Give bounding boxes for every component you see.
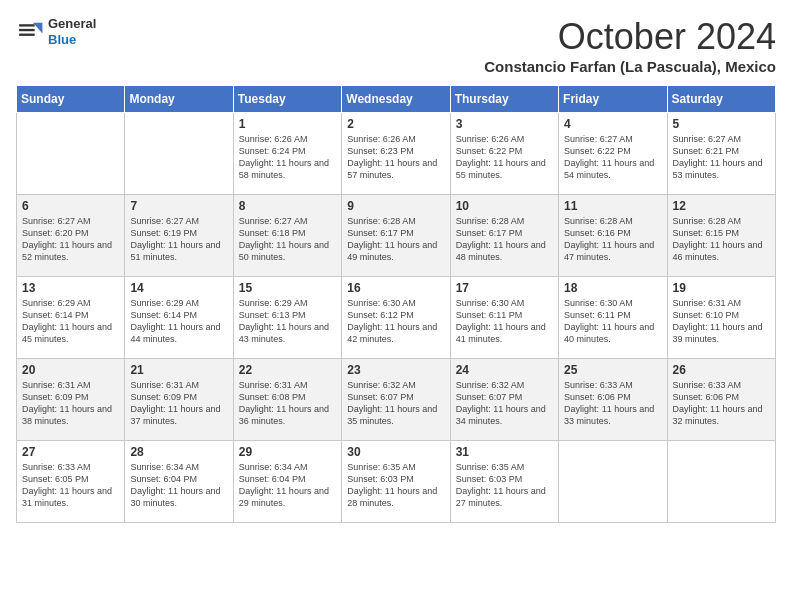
day-number: 22 [239,363,336,377]
col-header-tuesday: Tuesday [233,86,341,113]
calendar-cell: 5Sunrise: 6:27 AM Sunset: 6:21 PM Daylig… [667,113,775,195]
cell-info: Sunrise: 6:27 AM Sunset: 6:20 PM Dayligh… [22,215,119,264]
calendar-cell: 22Sunrise: 6:31 AM Sunset: 6:08 PM Dayli… [233,359,341,441]
day-number: 21 [130,363,227,377]
cell-info: Sunrise: 6:26 AM Sunset: 6:22 PM Dayligh… [456,133,553,182]
cell-info: Sunrise: 6:35 AM Sunset: 6:03 PM Dayligh… [456,461,553,510]
cell-info: Sunrise: 6:31 AM Sunset: 6:08 PM Dayligh… [239,379,336,428]
calendar-cell: 10Sunrise: 6:28 AM Sunset: 6:17 PM Dayli… [450,195,558,277]
day-number: 16 [347,281,444,295]
day-number: 9 [347,199,444,213]
calendar-cell: 23Sunrise: 6:32 AM Sunset: 6:07 PM Dayli… [342,359,450,441]
cell-info: Sunrise: 6:29 AM Sunset: 6:14 PM Dayligh… [22,297,119,346]
calendar-week-3: 13Sunrise: 6:29 AM Sunset: 6:14 PM Dayli… [17,277,776,359]
svg-rect-0 [16,18,44,46]
calendar-cell: 28Sunrise: 6:34 AM Sunset: 6:04 PM Dayli… [125,441,233,523]
logo-general: General [48,16,96,32]
cell-info: Sunrise: 6:28 AM Sunset: 6:17 PM Dayligh… [347,215,444,264]
day-number: 1 [239,117,336,131]
day-number: 7 [130,199,227,213]
cell-info: Sunrise: 6:31 AM Sunset: 6:10 PM Dayligh… [673,297,770,346]
calendar-cell [125,113,233,195]
cell-info: Sunrise: 6:30 AM Sunset: 6:12 PM Dayligh… [347,297,444,346]
calendar-week-1: 1Sunrise: 6:26 AM Sunset: 6:24 PM Daylig… [17,113,776,195]
calendar-cell: 16Sunrise: 6:30 AM Sunset: 6:12 PM Dayli… [342,277,450,359]
day-number: 4 [564,117,661,131]
cell-info: Sunrise: 6:32 AM Sunset: 6:07 PM Dayligh… [456,379,553,428]
calendar-cell: 19Sunrise: 6:31 AM Sunset: 6:10 PM Dayli… [667,277,775,359]
calendar-table: SundayMondayTuesdayWednesdayThursdayFrid… [16,85,776,523]
calendar-cell: 7Sunrise: 6:27 AM Sunset: 6:19 PM Daylig… [125,195,233,277]
svg-rect-3 [19,28,35,30]
day-number: 6 [22,199,119,213]
day-number: 17 [456,281,553,295]
day-number: 20 [22,363,119,377]
cell-info: Sunrise: 6:27 AM Sunset: 6:22 PM Dayligh… [564,133,661,182]
calendar-header-row: SundayMondayTuesdayWednesdayThursdayFrid… [17,86,776,113]
day-number: 11 [564,199,661,213]
calendar-cell: 3Sunrise: 6:26 AM Sunset: 6:22 PM Daylig… [450,113,558,195]
calendar-cell: 6Sunrise: 6:27 AM Sunset: 6:20 PM Daylig… [17,195,125,277]
calendar-body: 1Sunrise: 6:26 AM Sunset: 6:24 PM Daylig… [17,113,776,523]
cell-info: Sunrise: 6:35 AM Sunset: 6:03 PM Dayligh… [347,461,444,510]
day-number: 26 [673,363,770,377]
cell-info: Sunrise: 6:27 AM Sunset: 6:19 PM Dayligh… [130,215,227,264]
day-number: 8 [239,199,336,213]
calendar-cell: 18Sunrise: 6:30 AM Sunset: 6:11 PM Dayli… [559,277,667,359]
cell-info: Sunrise: 6:31 AM Sunset: 6:09 PM Dayligh… [130,379,227,428]
cell-info: Sunrise: 6:28 AM Sunset: 6:16 PM Dayligh… [564,215,661,264]
calendar-cell: 31Sunrise: 6:35 AM Sunset: 6:03 PM Dayli… [450,441,558,523]
col-header-monday: Monday [125,86,233,113]
logo-icon [16,18,44,46]
day-number: 30 [347,445,444,459]
calendar-cell: 24Sunrise: 6:32 AM Sunset: 6:07 PM Dayli… [450,359,558,441]
calendar-week-2: 6Sunrise: 6:27 AM Sunset: 6:20 PM Daylig… [17,195,776,277]
cell-info: Sunrise: 6:33 AM Sunset: 6:06 PM Dayligh… [564,379,661,428]
calendar-cell: 21Sunrise: 6:31 AM Sunset: 6:09 PM Dayli… [125,359,233,441]
calendar-cell: 4Sunrise: 6:27 AM Sunset: 6:22 PM Daylig… [559,113,667,195]
cell-info: Sunrise: 6:26 AM Sunset: 6:24 PM Dayligh… [239,133,336,182]
calendar-cell: 11Sunrise: 6:28 AM Sunset: 6:16 PM Dayli… [559,195,667,277]
day-number: 28 [130,445,227,459]
calendar-cell: 27Sunrise: 6:33 AM Sunset: 6:05 PM Dayli… [17,441,125,523]
day-number: 10 [456,199,553,213]
cell-info: Sunrise: 6:28 AM Sunset: 6:17 PM Dayligh… [456,215,553,264]
title-block: October 2024 Constancio Farfan (La Pascu… [484,16,776,75]
col-header-sunday: Sunday [17,86,125,113]
day-number: 24 [456,363,553,377]
calendar-week-5: 27Sunrise: 6:33 AM Sunset: 6:05 PM Dayli… [17,441,776,523]
cell-info: Sunrise: 6:27 AM Sunset: 6:18 PM Dayligh… [239,215,336,264]
calendar-cell: 14Sunrise: 6:29 AM Sunset: 6:14 PM Dayli… [125,277,233,359]
calendar-cell: 12Sunrise: 6:28 AM Sunset: 6:15 PM Dayli… [667,195,775,277]
cell-info: Sunrise: 6:32 AM Sunset: 6:07 PM Dayligh… [347,379,444,428]
location-title: Constancio Farfan (La Pascuala), Mexico [484,58,776,75]
day-number: 12 [673,199,770,213]
calendar-week-4: 20Sunrise: 6:31 AM Sunset: 6:09 PM Dayli… [17,359,776,441]
svg-rect-4 [19,33,35,35]
calendar-cell: 9Sunrise: 6:28 AM Sunset: 6:17 PM Daylig… [342,195,450,277]
calendar-cell: 20Sunrise: 6:31 AM Sunset: 6:09 PM Dayli… [17,359,125,441]
calendar-cell [559,441,667,523]
calendar-cell: 26Sunrise: 6:33 AM Sunset: 6:06 PM Dayli… [667,359,775,441]
cell-info: Sunrise: 6:33 AM Sunset: 6:05 PM Dayligh… [22,461,119,510]
day-number: 29 [239,445,336,459]
calendar-cell: 13Sunrise: 6:29 AM Sunset: 6:14 PM Dayli… [17,277,125,359]
calendar-cell: 29Sunrise: 6:34 AM Sunset: 6:04 PM Dayli… [233,441,341,523]
col-header-friday: Friday [559,86,667,113]
cell-info: Sunrise: 6:29 AM Sunset: 6:14 PM Dayligh… [130,297,227,346]
cell-info: Sunrise: 6:34 AM Sunset: 6:04 PM Dayligh… [239,461,336,510]
day-number: 19 [673,281,770,295]
day-number: 31 [456,445,553,459]
calendar-cell: 17Sunrise: 6:30 AM Sunset: 6:11 PM Dayli… [450,277,558,359]
calendar-cell: 1Sunrise: 6:26 AM Sunset: 6:24 PM Daylig… [233,113,341,195]
day-number: 14 [130,281,227,295]
col-header-saturday: Saturday [667,86,775,113]
day-number: 2 [347,117,444,131]
calendar-cell [667,441,775,523]
calendar-cell: 30Sunrise: 6:35 AM Sunset: 6:03 PM Dayli… [342,441,450,523]
month-title: October 2024 [484,16,776,58]
cell-info: Sunrise: 6:31 AM Sunset: 6:09 PM Dayligh… [22,379,119,428]
cell-info: Sunrise: 6:30 AM Sunset: 6:11 PM Dayligh… [564,297,661,346]
logo: General Blue [16,16,96,47]
cell-info: Sunrise: 6:29 AM Sunset: 6:13 PM Dayligh… [239,297,336,346]
